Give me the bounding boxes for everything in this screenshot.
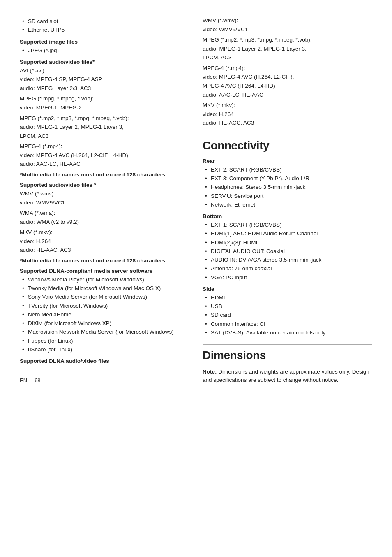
dlna-heading: Supported DLNA-compliant media server so… <box>20 268 189 274</box>
footer: EN 68 <box>20 377 189 383</box>
av-format: MKV (*.mkv): <box>203 101 372 109</box>
av-files-heading-2: Supported audio/video files * <box>20 182 189 188</box>
list-item: HDMI <box>203 294 372 302</box>
list-item: Network: Ethernet <box>203 201 372 209</box>
av-line: audio: WMA (v2 to v9.2) <box>20 218 189 226</box>
av-line: video: H.264 <box>20 237 189 246</box>
list-item: Twonky Media (for Microsoft Windows and … <box>20 284 189 292</box>
list-item: uShare (for Linux) <box>20 346 189 354</box>
av-block-mpeg2: MPEG (*.mp2, *.mp3, *.mpg, *.mpeg, *.vob… <box>20 114 189 140</box>
side-heading: Side <box>203 286 372 292</box>
av-format: WMV (*.wmv): <box>20 190 189 198</box>
av-format: MPEG (*.mp2, *.mp3, *.mpg, *.mpeg, *.vob… <box>20 114 189 123</box>
av-line: audio: MPEG-1 Layer 2, MPEG-1 Layer 3, <box>20 123 189 131</box>
av-block-mkv: MKV (*.mkv): video: H.264 audio: HE-AAC,… <box>20 228 189 254</box>
list-item: DiXiM (for Microsoft Windows XP) <box>20 319 189 327</box>
bottom-heading: Bottom <box>203 213 372 219</box>
dimensions-note: Note: Dimensions and weights are approxi… <box>203 368 372 384</box>
footer-page: 68 <box>35 377 40 383</box>
dimensions-heading: Dimensions <box>203 349 372 362</box>
dimensions-note-text: Dimensions and weights are approximate v… <box>203 369 369 383</box>
list-item: JPEG (*.jpg) <box>20 46 189 55</box>
list-item: HDMI(2)/(3): HDMI <box>203 239 372 247</box>
av-files-heading-1: Supported audio/video files* <box>20 59 189 65</box>
list-item: EXT 3: Component (Y Pb Pr), Audio L/R <box>203 174 372 183</box>
note-2: *Multimedia file names must not exceed 1… <box>20 258 189 264</box>
list-item: Fuppes (for Linux) <box>20 337 189 345</box>
list-item: SD card <box>203 311 372 319</box>
left-column: SD card slot Ethernet UTP5 Supported ima… <box>20 16 189 541</box>
list-item: EXT 1: SCART (RGB/CVBS) <box>203 221 372 229</box>
list-item: Sony Vaio Media Server (for Microsoft Wi… <box>20 293 189 301</box>
connectivity-divider <box>203 135 372 135</box>
list-item: SERV.U: Service port <box>203 192 372 200</box>
av-format: MKV (*.mkv): <box>20 228 189 237</box>
rear-heading: Rear <box>203 158 372 164</box>
list-item: Ethernet UTP5 <box>20 26 189 34</box>
list-item: Windows Media Player (for Microsoft Wind… <box>20 276 189 284</box>
av-line: video: MPEG-4 AVC (H.264, L2-CIF), <box>203 73 372 81</box>
dlna-av-block-mkv: MKV (*.mkv): video: H.264 audio: HE-ACC,… <box>203 101 372 127</box>
av-block-avi: AVI (*.avi): video: MPEG-4 SP, MPEG-4 AS… <box>20 67 189 93</box>
av-block-wma: WMA (*.wma): audio: WMA (v2 to v9.2) <box>20 209 189 226</box>
connectivity-heading: Connectivity <box>203 139 372 152</box>
list-item: SAT (DVB-S): Available on certain models… <box>203 329 372 337</box>
av-block-mpeg1: MPEG (*.mpg, *.mpeg, *.vob): video: MPEG… <box>20 95 189 111</box>
list-item: USB <box>203 302 372 311</box>
list-item: Common Interface: CI <box>203 320 372 328</box>
image-files-list: JPEG (*.jpg) <box>20 46 189 55</box>
list-item: DIGITAL AUDIO OUT: Coaxial <box>203 247 372 255</box>
av-format: MPEG (*.mpg, *.mpeg, *.vob): <box>20 95 189 103</box>
dlna-av-heading: Supported DLNA audio/video files <box>20 358 189 364</box>
dlna-list: Windows Media Player (for Microsoft Wind… <box>20 276 189 354</box>
av-format: MPEG-4 (*.mp4): <box>20 142 189 151</box>
list-item: TVersity (for Microsoft Windows) <box>20 302 189 310</box>
dlna-av-block-mpeg4: MPEG-4 (*.mp4): video: MPEG-4 AVC (H.264… <box>203 64 372 99</box>
list-item: Nero MediaHome <box>20 311 189 319</box>
footer-label: EN <box>20 377 27 383</box>
list-item: SD card slot <box>20 17 189 26</box>
bottom-list: EXT 1: SCART (RGB/CVBS) HDMI(1) ARC: HDM… <box>203 221 372 282</box>
av-line: audio: HE-AAC, AC3 <box>20 246 189 254</box>
dimensions-divider <box>203 344 372 345</box>
dlna-av-block-mpeg: MPEG (*.mp2, *.mp3, *.mpg, *.mpeg, *.vob… <box>203 36 372 62</box>
list-item: Macrovision Network Media Server (for Mi… <box>20 328 189 336</box>
av-line: video: MPEG-4 SP, MPEG-4 ASP <box>20 75 189 84</box>
av-line: audio: AAC-LC, HE-AAC <box>20 160 189 168</box>
av-line: audio: AAC-LC, HE-AAC <box>203 91 372 99</box>
av-line: MPEG-4 AVC (H.264, L4-HD) <box>203 82 372 90</box>
rear-list: EXT 2: SCART (RGB/CVBS) EXT 3: Component… <box>203 166 372 209</box>
av-format: WMA (*.wma): <box>20 209 189 217</box>
av-block-wmv: WMV (*.wmv): video: WMV9/VC1 <box>20 190 189 207</box>
av-line: LPCM, AC3 <box>20 132 189 140</box>
list-item: Antenna: 75 ohm coaxial <box>203 265 372 273</box>
av-line: audio: HE-ACC, AC3 <box>203 119 372 127</box>
av-line: video: H.264 <box>203 110 372 118</box>
list-item: AUDIO IN: DVI/VGA stereo 3.5-mm mini-jac… <box>203 256 372 264</box>
av-format: MPEG-4 (*.mp4): <box>203 64 372 72</box>
av-format: AVI (*.avi): <box>20 67 189 75</box>
av-line: video: WMV9/VC1 <box>203 26 372 34</box>
av-block-mpeg4: MPEG-4 (*.mp4): video: MPEG-4 AVC (H.264… <box>20 142 189 168</box>
intro-list: SD card slot Ethernet UTP5 <box>20 17 189 35</box>
list-item: Headphones: Stereo 3.5-mm mini-jack <box>203 183 372 191</box>
av-format: MPEG (*.mp2, *.mp3, *.mpg, *.mpeg, *.vob… <box>203 36 372 44</box>
av-line: video: MPEG-4 AVC (H.264, L2-CIF, L4-HD) <box>20 151 189 160</box>
list-item: EXT 2: SCART (RGB/CVBS) <box>203 166 372 174</box>
note-1: *Multimedia file names must not exceed 1… <box>20 172 189 178</box>
av-line: video: MPEG-1, MPEG-2 <box>20 104 189 112</box>
av-line: audio: MPEG Layer 2/3, AC3 <box>20 84 189 93</box>
dlna-av-block-wmv: WMV (*.wmv): video: WMV9/VC1 <box>203 16 372 33</box>
supported-image-heading: Supported image files <box>20 39 189 45</box>
list-item: VGA: PC input <box>203 274 372 282</box>
dimensions-note-bold: Note: <box>203 369 217 375</box>
av-format: WMV (*.wmv): <box>203 16 372 25</box>
right-column: WMV (*.wmv): video: WMV9/VC1 MPEG (*.mp2… <box>203 16 372 541</box>
av-line: audio: MPEG-1 Layer 2, MPEG-1 Layer 3, <box>203 45 372 53</box>
av-line: video: WMV9/VC1 <box>20 199 189 207</box>
av-line: LPCM, AC3 <box>203 53 372 62</box>
side-list: HDMI USB SD card Common Interface: CI SA… <box>203 294 372 337</box>
list-item: HDMI(1) ARC: HDMI Audio Return Channel <box>203 230 372 238</box>
